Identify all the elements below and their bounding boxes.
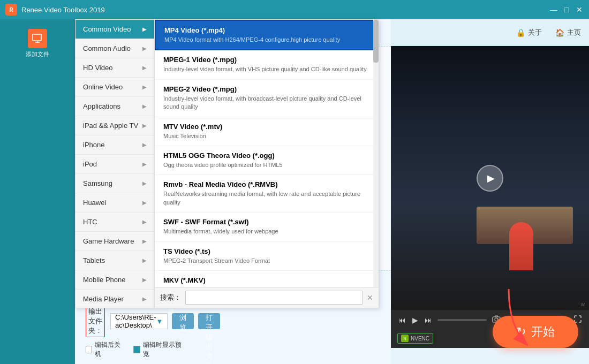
chevron-icon: ▶ — [142, 142, 147, 148]
lock-icon: 🔒 — [516, 28, 525, 37]
content-area: Common Video ▶ Common Audio ▶ HD Video ▶… — [75, 19, 391, 364]
format-item-mpeg1[interactable]: MPEG-1 Video (*.mpg) Industry-level vide… — [155, 50, 379, 79]
chevron-icon: ▶ — [142, 103, 147, 109]
scrollbar-thumb[interactable] — [373, 20, 379, 63]
category-menu: Common Video ▶ Common Audio ▶ HD Video ▶… — [75, 19, 154, 308]
chevron-icon: ▶ — [142, 277, 147, 283]
format-desc: Industry-level video format, with VHS pi… — [163, 65, 370, 73]
format-desc: Music Television — [163, 132, 370, 140]
about-label: 关于 — [528, 28, 542, 37]
logo-text: R — [9, 7, 13, 13]
format-title: MPEG-2 Video (*.mpg) — [163, 85, 370, 93]
left-toolbar: 添加文件 — [0, 19, 75, 364]
category-item-online-video[interactable]: Online Video ▶ — [75, 78, 154, 97]
browse-btn[interactable]: 浏览 — [172, 313, 194, 329]
play-button[interactable]: ▶ — [477, 165, 503, 192]
play-icon: ▶ — [487, 172, 495, 184]
scrollbar-track[interactable] — [373, 20, 379, 308]
format-desc: Industry-level video format, with broadc… — [163, 95, 370, 111]
search-clear-icon[interactable]: ✕ — [367, 293, 373, 302]
shutdown-checkbox-item[interactable]: 编辑后关机 — [86, 340, 123, 359]
chevron-icon: ▶ — [142, 257, 147, 263]
format-list: MP4 Video (*.mp4) MP4 Video format with … — [154, 19, 379, 308]
category-item-common-video[interactable]: Common Video ▶ — [75, 20, 154, 39]
format-title: MTV Video (*.mtv) — [163, 123, 370, 131]
format-item-mtv[interactable]: MTV Video (*.mtv) Music Television — [155, 117, 379, 146]
category-label: iPad && Apple TV — [83, 122, 138, 130]
start-btn-container: ↻ 开始 — [391, 348, 589, 364]
category-item-ipad-apple-tv[interactable]: iPad && Apple TV ▶ — [75, 116, 154, 135]
next-btn[interactable]: ⏭ — [424, 315, 433, 325]
format-title: HTML5 OGG Theora Video (*.ogg) — [163, 151, 370, 160]
chevron-icon: ▶ — [142, 123, 147, 128]
format-item-mp4[interactable]: MP4 Video (*.mp4) MP4 Video format with … — [155, 20, 379, 50]
format-item-swf[interactable]: SWF - SWF Format (*.swf) Multimedia form… — [155, 213, 379, 241]
format-item-mpeg2[interactable]: MPEG-2 Video (*.mpg) Industry-level vide… — [155, 80, 379, 117]
folder-select-container: C:\Users\RE-ac\Desktop\ ▼ 浏览 打开输出文件 — [110, 313, 220, 329]
titlebar: R Renee Video Toolbox 2019 — □ ✕ — [0, 0, 589, 19]
chevron-icon: ▶ — [142, 84, 147, 90]
category-item-ipod[interactable]: iPod ▶ — [75, 155, 154, 174]
category-label: HD Video — [83, 64, 112, 72]
about-action[interactable]: 🔒 关于 — [516, 28, 542, 37]
window-controls[interactable]: — □ ✕ — [549, 5, 584, 14]
format-item-rmvb[interactable]: Rmvb - Real Media Video (*.RMVB) RealNet… — [155, 175, 379, 213]
format-title: MP4 Video (*.mp4) — [164, 26, 369, 34]
nvenc-logo: N — [401, 335, 409, 342]
format-item-ogg[interactable]: HTML5 OGG Theora Video (*.ogg) Ogg theor… — [155, 146, 379, 175]
category-item-media-player[interactable]: Media Player ▶ — [75, 290, 154, 308]
chevron-icon: ▶ — [142, 180, 147, 186]
folder-path-input[interactable]: C:\Users\RE-ac\Desktop\ ▼ — [110, 313, 168, 329]
category-label: Media Player — [83, 295, 124, 303]
category-item-common-audio[interactable]: Common Audio ▶ — [75, 39, 154, 58]
chevron-icon: ▶ — [142, 65, 147, 71]
category-item-huawei[interactable]: Huawei ▶ — [75, 193, 154, 213]
category-label: Common Video — [83, 25, 131, 33]
format-title: SWF - SWF Format (*.swf) — [163, 218, 370, 226]
watermark: w — [581, 301, 585, 307]
category-item-htc[interactable]: HTC ▶ — [75, 213, 154, 232]
category-item-game-hardware[interactable]: Game Hardware ▶ — [75, 232, 154, 251]
home-icon: 🏠 — [555, 28, 564, 37]
nvenc-label: NVENC — [411, 336, 429, 342]
app-logo: R — [5, 4, 17, 16]
add-file-label: 添加文件 — [26, 50, 49, 58]
open-output-btn[interactable]: 打开输出文件 — [198, 313, 220, 329]
add-file-btn[interactable]: 添加文件 — [0, 24, 75, 64]
format-desc: MPEG-2 Transport Stream Video Format — [163, 257, 370, 265]
category-label: HTC — [83, 218, 97, 226]
preview-checkbox[interactable] — [133, 346, 140, 353]
scene-character — [509, 222, 533, 270]
format-title: Rmvb - Real Media Video (*.RMVB) — [163, 180, 370, 188]
format-title: TS Video (*.ts) — [163, 247, 370, 255]
category-label: iPod — [83, 160, 97, 168]
category-item-tablets[interactable]: Tablets ▶ — [75, 251, 154, 270]
search-label: 搜索： — [160, 293, 181, 302]
category-label: Common Audio — [83, 44, 131, 52]
progress-bar[interactable] — [437, 319, 487, 321]
home-action[interactable]: 🏠 主页 — [555, 28, 581, 37]
chevron-icon: ▶ — [142, 26, 147, 32]
category-item-hd-video[interactable]: HD Video ▶ — [75, 58, 154, 78]
category-label: Applications — [83, 102, 120, 110]
folder-path-text: C:\Users\RE-ac\Desktop\ — [115, 313, 156, 329]
search-input[interactable] — [185, 291, 363, 305]
category-item-iphone[interactable]: iPhone ▶ — [75, 135, 154, 155]
maximize-btn[interactable]: □ — [562, 5, 571, 14]
category-label: Online Video — [83, 83, 123, 91]
prev-btn[interactable]: ⏮ — [397, 315, 407, 325]
format-desc: Multimedia format, widely used for webpa… — [163, 228, 370, 236]
play-pause-btn[interactable]: ▶ — [411, 315, 419, 325]
chevron-icon: ▶ — [142, 200, 147, 206]
category-item-mobile-phone[interactable]: Mobile Phone ▶ — [75, 270, 154, 290]
preview-checkbox-item[interactable]: 编辑时显示预览 — [133, 340, 182, 359]
format-item-ts[interactable]: TS Video (*.ts) MPEG-2 Transport Stream … — [155, 242, 379, 271]
chevron-icon: ▶ — [142, 296, 147, 302]
category-item-applications[interactable]: Applications ▶ — [75, 97, 154, 116]
minimize-btn[interactable]: — — [549, 5, 558, 14]
close-btn[interactable]: ✕ — [575, 5, 584, 14]
shutdown-checkbox[interactable] — [86, 346, 92, 353]
folder-label: 输出文件夹： — [86, 305, 105, 337]
format-desc: RealNetworks streaming media format, wit… — [163, 190, 370, 207]
category-item-samsung[interactable]: Samsung ▶ — [75, 174, 154, 193]
